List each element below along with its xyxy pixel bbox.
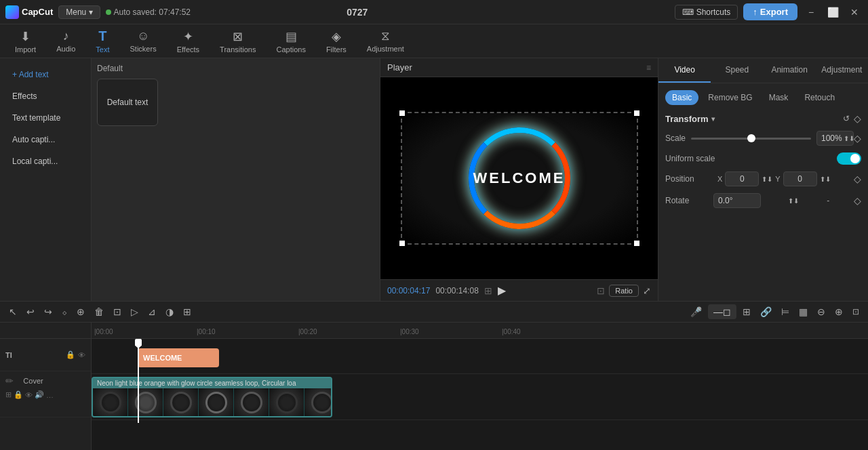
- tool-audio[interactable]: ♪ Audio: [47, 25, 85, 57]
- scale-stepper[interactable]: ⬆⬇: [844, 135, 854, 142]
- auto-caption-nav-item[interactable]: Auto capti...: [4, 129, 87, 150]
- undo-button[interactable]: ↩: [23, 304, 38, 319]
- y-stepper[interactable]: ⬆⬇: [820, 176, 831, 183]
- resize-handle-tr[interactable]: [634, 110, 639, 116]
- layout-icon[interactable]: ⊞: [484, 285, 492, 296]
- text-track-visibility-button[interactable]: 👁: [78, 350, 85, 359]
- subtab-basic[interactable]: Basic: [665, 90, 698, 105]
- shortcuts-label: Shortcuts: [696, 7, 731, 17]
- video-track-edit-button[interactable]: ✏: [5, 375, 14, 386]
- tool-text[interactable]: T Text: [86, 24, 119, 58]
- export-button[interactable]: ↑ Export: [743, 3, 797, 20]
- transform-section-header: Transform ▾ ↺ ◇: [665, 113, 861, 124]
- shortcuts-icon: ⌨: [682, 7, 694, 17]
- rotate-input[interactable]: [713, 193, 761, 208]
- video-clip-frames: [93, 388, 331, 417]
- captions-icon: ▤: [285, 29, 297, 44]
- transform-keyframe-button[interactable]: ◇: [854, 113, 861, 124]
- video-track-icons: ⊞ 🔒 👁 🔊 …: [5, 390, 54, 399]
- tool-stickers[interactable]: ☺ Stickers: [121, 25, 166, 57]
- uniform-scale-toggle[interactable]: [837, 152, 861, 165]
- tab-adjustment[interactable]: Adjustment: [816, 58, 868, 83]
- link-button[interactable]: 🔗: [757, 304, 775, 319]
- split-button[interactable]: ⬦: [58, 304, 71, 319]
- scale-keyframe-button[interactable]: ◇: [854, 133, 861, 144]
- tab-animation[interactable]: Animation: [764, 58, 816, 83]
- zoom-in-button[interactable]: ⊕: [831, 304, 846, 319]
- subtab-mask[interactable]: Mask: [762, 90, 795, 105]
- subtab-retouch[interactable]: Retouch: [797, 90, 842, 105]
- playback-button[interactable]: ▷: [127, 304, 142, 319]
- tab-video[interactable]: Video: [658, 58, 711, 83]
- x-input[interactable]: [725, 171, 759, 186]
- rotate-stepper[interactable]: ⬆⬇: [788, 197, 799, 205]
- scale-slider[interactable]: [691, 138, 811, 140]
- tool-captions[interactable]: ▤ Captions: [267, 25, 315, 58]
- player-menu-icon[interactable]: ≡: [646, 63, 651, 73]
- video-track-grid-button[interactable]: ⊞: [5, 390, 12, 399]
- minimize-button[interactable]: −: [803, 4, 819, 20]
- tool-effects[interactable]: ✦ Effects: [167, 25, 209, 58]
- video-clip[interactable]: Neon light blue orange with glow circle …: [92, 377, 332, 417]
- maximize-button[interactable]: ⬜: [825, 4, 841, 20]
- resize-handle-br[interactable]: [634, 241, 639, 246]
- position-keyframe-button[interactable]: ◇: [854, 173, 861, 184]
- transform-reset-button[interactable]: ↺: [843, 113, 850, 124]
- text-clip[interactable]: WELCOME: [138, 348, 219, 367]
- tab-speed[interactable]: Speed: [711, 58, 763, 83]
- resize-handle-tl[interactable]: [399, 110, 405, 116]
- subtab-remove-bg[interactable]: Remove BG: [701, 90, 759, 105]
- play-button[interactable]: ▶: [498, 284, 506, 297]
- rotate-keyframe-button[interactable]: ◇: [854, 195, 861, 206]
- tool-transitions[interactable]: ⊠ Transitions: [210, 25, 265, 58]
- freeze-button[interactable]: ⊡: [110, 304, 125, 319]
- video-track-lock-button[interactable]: 🔒: [14, 390, 23, 399]
- color-button[interactable]: ◑: [162, 304, 177, 319]
- x-stepper[interactable]: ⬆⬇: [762, 176, 772, 183]
- player-video-container: WELCOME: [401, 112, 638, 245]
- fullscreen-button[interactable]: ⤢: [643, 285, 651, 296]
- scale-slider-container: [691, 138, 811, 140]
- tool-adjustment[interactable]: ⧖ Adjustment: [357, 25, 414, 57]
- effects-nav-item[interactable]: Effects: [4, 86, 87, 106]
- tool-filters[interactable]: ◈ Filters: [317, 25, 356, 58]
- fit-button[interactable]: ⊡: [849, 305, 863, 319]
- text-template-nav-item[interactable]: Text template: [4, 108, 87, 128]
- video-track-more-button[interactable]: …: [46, 390, 54, 399]
- video-track-visibility-button[interactable]: 👁: [25, 390, 33, 399]
- playhead[interactable]: [138, 339, 139, 423]
- speed-button[interactable]: ⊿: [144, 304, 159, 319]
- local-caption-nav-item[interactable]: Local capti...: [4, 151, 87, 171]
- tool-import[interactable]: ⬇ Import: [5, 25, 45, 58]
- close-button[interactable]: ✕: [846, 4, 863, 20]
- default-text-card[interactable]: Default text: [97, 79, 158, 126]
- redo-button[interactable]: ↪: [41, 304, 56, 319]
- sticker-button[interactable]: ⊞: [739, 304, 754, 319]
- time-total: 00:00:14:08: [435, 286, 478, 295]
- y-input[interactable]: [783, 171, 817, 186]
- mic-button[interactable]: 🎤: [687, 304, 705, 319]
- video-track-row: Neon light blue orange with glow circle …: [92, 374, 868, 420]
- y-label: Y: [775, 175, 780, 183]
- delete-button[interactable]: 🗑: [91, 304, 107, 319]
- video-track-audio-button[interactable]: 🔊: [35, 390, 44, 399]
- select-tool-button[interactable]: ↖: [5, 304, 20, 319]
- transitions-icon: ⊠: [233, 29, 243, 44]
- rotate-reset-button[interactable]: -: [827, 196, 829, 205]
- edit-button[interactable]: ⊞: [180, 304, 195, 319]
- subtitle-button[interactable]: ▦: [795, 304, 811, 319]
- zoom-out-button[interactable]: ⊖: [814, 304, 829, 319]
- add-text-button[interactable]: + Add text: [4, 64, 87, 85]
- transform-chevron-icon: ▾: [711, 115, 715, 123]
- text-track-lock-button[interactable]: 🔒: [66, 350, 75, 359]
- detach-button[interactable]: —◻: [708, 304, 736, 319]
- fullscreen-safe-icon[interactable]: ⊡: [597, 285, 605, 296]
- menu-button[interactable]: Menu ▾: [58, 5, 100, 19]
- align-button[interactable]: ⊨: [778, 304, 793, 319]
- frame-2: [163, 388, 199, 417]
- effects-label: Effects: [177, 45, 199, 54]
- crop-button[interactable]: ⊕: [73, 304, 88, 319]
- resize-handle-bl[interactable]: [399, 241, 405, 246]
- shortcuts-button[interactable]: ⌨ Shortcuts: [675, 5, 738, 20]
- ratio-button[interactable]: Ratio: [609, 285, 639, 297]
